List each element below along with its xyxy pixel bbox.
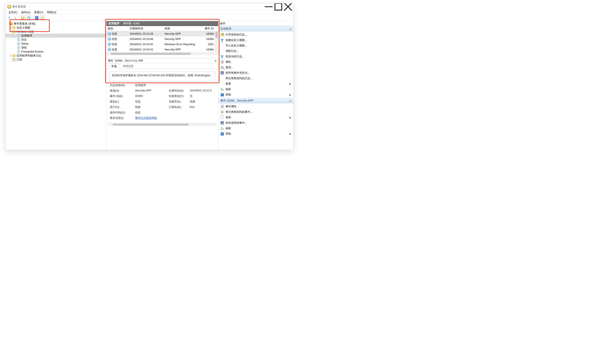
action-save-selected[interactable]: 保存选择的事件... bbox=[218, 120, 293, 126]
label-user: 用户(U): bbox=[110, 105, 135, 109]
action-create-custom-view[interactable]: 创建自定义视图... bbox=[218, 37, 293, 43]
value-logged: 2024/8/21 15:12:2 bbox=[190, 89, 215, 93]
toolbar-separator bbox=[33, 16, 33, 20]
action-refresh[interactable]: 刷新 bbox=[218, 87, 293, 92]
col-source[interactable]: 来源 bbox=[163, 26, 201, 31]
label-level: 级别(L): bbox=[110, 100, 135, 104]
action-clear-log[interactable]: 清除日志... bbox=[218, 48, 293, 54]
menu-action[interactable]: 操作(A) bbox=[20, 10, 32, 14]
link-online-help[interactable]: 事件日志联机帮助 bbox=[135, 116, 157, 119]
arrow-right-icon: ▶ bbox=[290, 94, 291, 96]
event-row[interactable]: i信息 2024/8/21 15:10:46 Security-SPP 1639… bbox=[106, 36, 218, 42]
value-taskcat: 无 bbox=[190, 94, 215, 98]
actions-section-event[interactable]: 事件 16384，Security-SPP▲ bbox=[218, 98, 293, 103]
actions-section-app[interactable]: 应用程序▲ bbox=[218, 26, 293, 31]
copy-icon bbox=[221, 116, 224, 119]
detail-hscroll[interactable] bbox=[108, 123, 216, 126]
menubar: 文件(F) 操作(A) 查看(V) 帮助(H) bbox=[5, 10, 293, 15]
save-icon bbox=[221, 121, 224, 124]
app-icon bbox=[8, 5, 11, 8]
tree-root[interactable]: ▸事件查看器 (本地) bbox=[5, 22, 106, 26]
action-copy[interactable]: 复制▶ bbox=[218, 115, 293, 120]
grid-hscroll[interactable] bbox=[106, 52, 218, 55]
help-button[interactable]: ? bbox=[34, 15, 39, 20]
detail-title: 事件 16384，Security-SPP bbox=[108, 59, 143, 63]
grid-body[interactable]: i信息 2024/8/21 15:12:25 Security-SPP 1638… bbox=[106, 31, 218, 52]
action-view[interactable]: 查看▶ bbox=[218, 81, 293, 87]
detail-message: 安排软件保护服务在 2024-08-21T08:48:25Z 时重新启动成功。原… bbox=[109, 72, 215, 81]
action-filter-log[interactable]: 筛选当前日志... bbox=[218, 54, 293, 59]
event-viewer-window: 事件查看器 文件(F) 操作(A) 查看(V) 帮助(H) ? ▸事件查看器 (… bbox=[5, 3, 294, 150]
help-icon: ? bbox=[35, 16, 38, 19]
properties-button[interactable] bbox=[26, 15, 31, 20]
tree-app-service-logs[interactable]: ▸应用程序和服务日志 bbox=[5, 53, 106, 58]
forward-button[interactable] bbox=[13, 15, 18, 20]
grid-vscroll[interactable] bbox=[215, 31, 218, 52]
action-save-all-events[interactable]: 将所有事件另存为... bbox=[218, 70, 293, 76]
action-open-saved-log[interactable]: 打开保存的日志... bbox=[218, 32, 293, 37]
action-event-properties[interactable]: 事件属性 bbox=[218, 104, 293, 109]
arrow-right-icon: ▶ bbox=[290, 116, 291, 119]
label-eventid: 事件 ID(E): bbox=[110, 94, 135, 98]
scrollbar-thumb[interactable] bbox=[215, 31, 218, 38]
blank-icon bbox=[221, 77, 224, 80]
eventviewer-icon bbox=[10, 22, 13, 25]
list-count: 事件数: 4,082 bbox=[123, 22, 140, 26]
tab-details[interactable]: 详细信息 bbox=[120, 63, 136, 69]
tree-custom-views[interactable]: ▸自定义视图 bbox=[5, 26, 106, 30]
tab-general[interactable]: 常规 bbox=[109, 64, 119, 69]
tree-forwarded[interactable]: ▸Forwarded Events bbox=[5, 50, 106, 53]
label-logged: 记录时间(D): bbox=[169, 89, 190, 93]
log-icon bbox=[17, 34, 20, 37]
list-title: 应用程序 bbox=[109, 22, 120, 26]
back-button[interactable] bbox=[7, 15, 12, 20]
action-refresh-event[interactable]: 刷新 bbox=[218, 126, 293, 131]
value-opcode: 信息 bbox=[135, 111, 169, 115]
menu-file[interactable]: 文件(F) bbox=[7, 10, 19, 14]
minimize-button[interactable] bbox=[264, 3, 274, 10]
event-row[interactable]: i信息 2024/8/21 15:10:42 Windows Error Rep… bbox=[106, 42, 218, 47]
value-eventid: 16384 bbox=[135, 94, 169, 98]
tree-system[interactable]: ▸系统 bbox=[5, 46, 106, 50]
tree-pane[interactable]: ▸事件查看器 (本地) ▸自定义视图 ▾Windows 日志 ▸应用程序 ▸安全… bbox=[5, 21, 106, 150]
event-row[interactable]: i信息 2024/8/21 15:10:41 Security-SPP 1638… bbox=[106, 47, 218, 52]
action-help-event[interactable]: ?帮助▶ bbox=[218, 131, 293, 137]
blank-icon bbox=[221, 49, 224, 53]
close-button[interactable] bbox=[283, 3, 293, 10]
label-opcode: 操作代码(O): bbox=[110, 111, 135, 115]
svg-rect-0 bbox=[275, 3, 282, 10]
action-help[interactable]: ?帮助▶ bbox=[218, 92, 293, 97]
label-log-name: 日志名称(M): bbox=[110, 83, 135, 87]
action-properties[interactable]: 属性 bbox=[218, 59, 293, 65]
refresh-icon bbox=[220, 87, 224, 91]
menu-help[interactable]: 帮助(H) bbox=[45, 10, 58, 14]
tree-setup[interactable]: ▸Setup bbox=[5, 42, 106, 46]
scrollbar-thumb[interactable] bbox=[111, 53, 191, 55]
properties-icon bbox=[221, 105, 224, 108]
folder-icon bbox=[13, 26, 15, 29]
actions-list-event: 事件属性 将任务附加到此事件... 复制▶ 保存选择的事件... 刷新 ?帮助▶ bbox=[218, 103, 293, 137]
funnel-icon bbox=[221, 39, 224, 41]
action-attach-task-event[interactable]: 将任务附加到此事件... bbox=[218, 109, 293, 115]
tree-security[interactable]: ▸安全 bbox=[5, 38, 106, 42]
scrollbar-thumb[interactable] bbox=[113, 124, 188, 126]
tree-subscriptions[interactable]: ▸订阅 bbox=[5, 58, 106, 62]
event-row[interactable]: i信息 2024/8/21 15:12:25 Security-SPP 1638… bbox=[106, 31, 218, 36]
view-button[interactable] bbox=[40, 15, 45, 20]
detail-close-icon[interactable]: ✕ bbox=[215, 59, 216, 62]
tree-windows-logs[interactable]: ▾Windows 日志 bbox=[5, 30, 106, 34]
detail-header: 事件 16384，Security-SPP ✕ bbox=[106, 58, 218, 63]
folder-icon bbox=[21, 17, 24, 19]
col-level[interactable]: 级别 bbox=[106, 26, 128, 31]
list-header: 应用程序 事件数: 4,082 bbox=[106, 21, 218, 26]
col-id[interactable]: 事件 ID bbox=[201, 26, 218, 31]
body: ▸事件查看器 (本地) ▸自定义视图 ▾Windows 日志 ▸应用程序 ▸安全… bbox=[5, 21, 293, 150]
col-date[interactable]: 日期和时间 bbox=[128, 26, 163, 31]
tree-application[interactable]: ▸应用程序 bbox=[5, 34, 106, 38]
maximize-button[interactable] bbox=[274, 3, 283, 10]
action-attach-task-log[interactable]: 将任务附加到此日志... bbox=[218, 76, 293, 81]
show-hide-tree-button[interactable] bbox=[20, 15, 26, 20]
action-import-custom-view[interactable]: 导入自定义视图... bbox=[218, 43, 293, 48]
menu-view[interactable]: 查看(V) bbox=[32, 10, 45, 14]
action-find[interactable]: 查找... bbox=[218, 65, 293, 70]
